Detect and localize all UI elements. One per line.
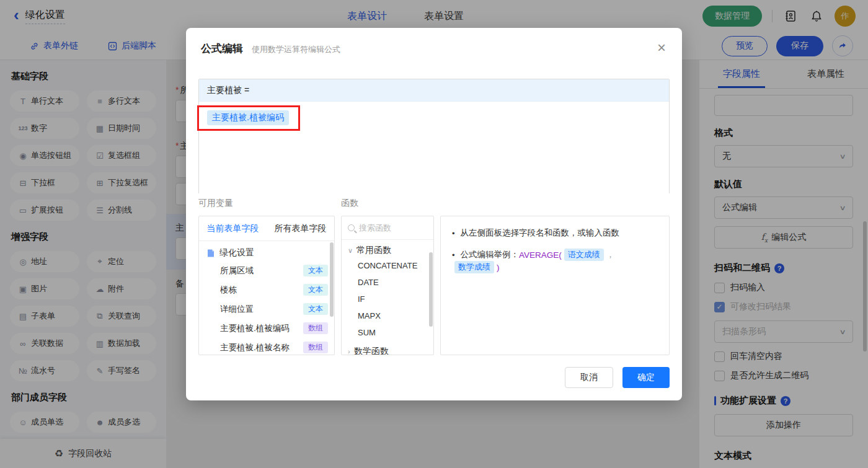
variables-panel-label: 可用变量 <box>198 198 233 209</box>
functions-panel-label: 函数 <box>341 198 358 209</box>
formula-editor-modal: 公式编辑 使用数学运算符编辑公式 × 主要植被 = 主要植被.植被编码 可用变量… <box>186 28 682 400</box>
function-group-common[interactable]: ∨ 常用函数 <box>342 240 433 257</box>
variables-tree-root[interactable]: 绿化设置 <box>199 241 334 261</box>
tab-all-form-fields[interactable]: 所有表单字段 <box>267 216 334 241</box>
variables-panel: 当前表单字段 所有表单字段 绿化设置 所属区域 文本 楼栋 文本 详细位置 文本… <box>198 216 335 355</box>
confirm-button[interactable]: 确定 <box>622 367 670 388</box>
function-item[interactable]: MAPX <box>342 307 433 324</box>
type-badge: 数组 <box>303 322 328 334</box>
type-badge: 文本 <box>303 303 328 315</box>
tab-current-form-fields[interactable]: 当前表单字段 <box>199 216 267 241</box>
function-item[interactable]: SUM <box>342 324 433 341</box>
chevron-expanded-icon: ∨ <box>348 247 353 255</box>
example-chip: 语文成绩 <box>564 249 604 261</box>
type-badge: 文本 <box>303 265 328 276</box>
function-item[interactable]: CONCATENATE <box>342 257 433 274</box>
functions-scrollbar[interactable] <box>429 252 433 327</box>
formula-input-area[interactable]: 主要植被.植被编码 <box>199 102 669 194</box>
bullet-icon: • <box>452 250 455 260</box>
formula-variable-chip[interactable]: 主要植被.植被编码 <box>207 110 289 125</box>
modal-header: 公式编辑 使用数学运算符编辑公式 <box>186 28 682 56</box>
variable-row[interactable]: 主要植被.植被编码 数组 <box>199 319 334 338</box>
variable-row[interactable]: 楼栋 文本 <box>199 280 334 299</box>
type-badge: 文本 <box>303 284 328 296</box>
modal-footer: 取消 确定 <box>565 367 670 388</box>
example-chip: 数学成绩 <box>454 261 494 273</box>
formula-editor-area: 主要植被 = 主要植被.植被编码 <box>198 79 670 194</box>
function-group-math[interactable]: › 数学函数 <box>342 341 433 355</box>
variable-row[interactable]: 详细位置 文本 <box>199 299 334 319</box>
function-search <box>342 216 433 240</box>
close-icon[interactable]: × <box>655 38 668 58</box>
chevron-collapsed-icon: › <box>348 348 350 355</box>
function-item[interactable]: DATE <box>342 274 433 291</box>
variable-row[interactable]: 主要植被.植被名称 数组 <box>199 338 334 355</box>
help-line-1: • 从左侧面板选择字段名和函数，或输入函数 <box>452 227 658 239</box>
variable-row[interactable]: 所属区域 文本 <box>199 261 334 280</box>
modal-subtitle: 使用数学运算符编辑公式 <box>252 44 340 55</box>
functions-panel: ∨ 常用函数 CONCATENATE DATE IF MAPX SUM › 数学… <box>341 216 434 355</box>
function-item[interactable]: IF <box>342 291 433 307</box>
function-search-input[interactable] <box>359 223 421 232</box>
help-line-2: • 公式编辑举例： AVERAGE( 语文成绩 ， 数学成绩 ) <box>452 249 658 273</box>
formula-target: 主要植被 = <box>199 79 669 102</box>
modal-title: 公式编辑 <box>201 42 243 56</box>
variables-scrollbar[interactable] <box>330 242 334 317</box>
search-icon <box>348 224 355 231</box>
document-icon <box>206 249 215 258</box>
bullet-icon: • <box>452 229 455 238</box>
help-panel: • 从左侧面板选择字段名和函数，或输入函数 • 公式编辑举例： AVERAGE(… <box>440 216 670 355</box>
type-badge: 数组 <box>303 342 328 353</box>
cancel-button[interactable]: 取消 <box>565 367 613 388</box>
